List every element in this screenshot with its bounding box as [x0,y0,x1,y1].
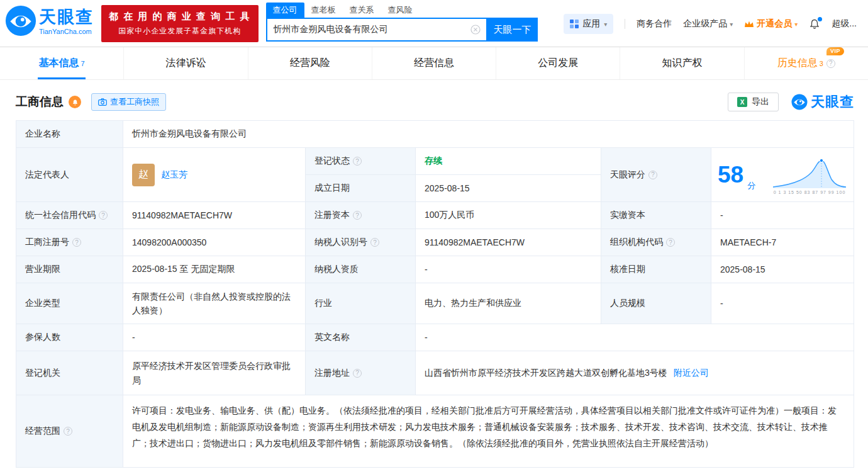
tab-business-info[interactable]: 经营信息 [372,47,496,79]
tab-operating-risk[interactable]: 经营风险 [248,47,372,79]
excel-icon: X [737,97,747,107]
value-industry: 电力、热力生产和供应业 [416,283,601,324]
legal-rep-avatar[interactable]: 赵 [132,164,155,186]
help-icon[interactable] [353,157,362,166]
logo-title: 天眼查 [39,8,94,27]
export-button-label: 导出 [752,96,769,108]
tab-basic-info[interactable]: 基本信息 7 [0,47,124,79]
score-number: 58 [718,163,743,186]
tab-label: 经营风险 [290,57,330,70]
search-type-tabs: 查公司 查老板 查关系 查风险 [266,4,538,18]
tab-count-badge: 3 [820,60,823,67]
menu-business-cooperation[interactable]: 商务合作 [637,18,672,30]
value-registration-status: 存续 [416,148,601,175]
main-content: 工商信息 查看工商快照 X 导出 天眼查 企业名称 忻州市金朔风电设备有限公司 … [0,80,868,468]
value-english-name: - [416,324,854,351]
crown-icon [744,20,754,28]
search-tab-risk[interactable]: 查风险 [381,3,420,18]
help-icon[interactable] [72,238,81,247]
help-icon[interactable] [370,238,379,247]
value-registration-number: 14098200A000350 [123,229,306,256]
help-icon[interactable] [648,171,657,179]
promo-banner[interactable]: 都 在 用 的 商 业 查 询 工 具 国家中小企业发展子基金旗下机构 [101,5,259,42]
caret-down-icon: ▾ [730,21,733,28]
score-distribution-chart: 0 1 3 15 50 83 87 97 99 100 [772,155,847,195]
company-nav-tabs: 基本信息 7 法律诉讼 经营风险 经营信息 公司发展 知识产权 历史信息 3 V… [0,47,868,80]
export-button[interactable]: X 导出 [728,93,779,111]
label-insured-count: 参保人数 [16,324,123,351]
score-unit: 分 [747,180,755,191]
tianyancha-eye-icon [791,94,808,110]
snapshot-button[interactable]: 查看工商快照 [91,93,166,111]
menu-open-membership[interactable]: 开通会员 ▾ [744,18,798,30]
logo-subtitle: TianYanCha.com [39,28,94,35]
tab-count-badge: 7 [81,60,85,67]
menu-divider [625,19,625,29]
help-icon[interactable] [826,59,835,68]
label-industry: 行业 [306,283,416,324]
apps-button[interactable]: 应用 ▾ [564,14,613,34]
promo-line-2: 国家中小企业发展子基金旗下机构 [109,26,251,37]
search-tab-company[interactable]: 查公司 [266,3,304,18]
enterprise-products-label: 企业级产品 [683,18,727,30]
search-input[interactable] [267,25,465,35]
caret-down-icon: ▾ [604,21,607,28]
tab-label: 公司发展 [538,57,578,70]
subscribe-bell-icon[interactable] [69,96,81,108]
tianyancha-eye-icon [5,5,36,38]
vip-badge: VIP [826,47,844,55]
nearby-companies-link[interactable]: 附近公司 [674,368,709,379]
help-icon[interactable] [64,427,72,436]
search-tab-boss[interactable]: 查老板 [304,3,343,18]
address-text: 山西省忻州市原平经济技术开发区跨越大道双创孵化基地3号楼 [425,368,667,379]
label-taxpayer-id: 纳税人识别号 [306,229,416,256]
notification-bell-icon[interactable] [809,18,820,30]
legal-rep-link[interactable]: 赵玉芳 [161,169,187,181]
label-company-type: 企业类型 [16,283,123,324]
value-business-scope: 许可项目：发电业务、输电业务、供（配）电业务。（依法须经批准的项目，经相关部门批… [123,395,854,468]
value-business-term: 2025-08-15 至 无固定期限 [123,256,306,283]
help-icon[interactable] [99,211,108,220]
label-organization-code: 组织机构代码 [601,229,711,256]
value-taxpayer-quality: - [416,256,601,283]
label-staff-size: 人员规模 [601,283,711,324]
search-box [266,18,487,42]
value-legal-representative: 赵 赵玉芳 [123,148,306,202]
top-menu: 应用 ▾ 商务合作 企业级产品 ▾ 开通会员 ▾ 超级... [564,14,857,34]
tianyancha-logo[interactable]: 天眼查 TianYanCha.com [5,5,94,38]
value-organization-code: MAETAECH-7 [711,229,854,256]
label-tianyan-score: 天眼评分 [601,148,711,202]
search-tab-relation[interactable]: 查关系 [343,3,381,18]
label-legal-representative: 法定代表人 [16,148,123,202]
search-button[interactable]: 天眼一下 [487,18,538,42]
label-taxpayer-quality: 纳税人资质 [306,256,416,283]
help-icon[interactable] [353,369,362,378]
camera-icon [98,98,107,106]
user-menu[interactable]: 超级... [832,18,857,30]
value-credit-code: 91140982MAETAECH7W [123,202,306,229]
value-paid-capital: - [711,202,854,229]
label-company-name: 企业名称 [16,121,123,148]
value-company-name: 忻州市金朔风电设备有限公司 [123,121,854,148]
label-registration-status: 登记状态 [306,148,416,175]
status-badge: 存续 [425,155,442,167]
clear-search-icon[interactable] [465,25,486,35]
value-insured-count: - [123,324,306,351]
tab-company-development[interactable]: 公司发展 [496,47,620,79]
section-title: 工商信息 [16,94,64,110]
value-tianyan-score[interactable]: 58 分 0 1 3 15 50 83 87 97 99 100 [711,148,854,202]
value-staff-size: - [711,283,854,324]
active-tab-indicator [38,77,86,79]
business-info-table: 企业名称 忻州市金朔风电设备有限公司 法定代表人 赵 赵玉芳 登记状态 存续 成… [16,120,854,468]
brand-watermark-text: 天眼查 [811,93,854,111]
tab-legal-proceedings[interactable]: 法律诉讼 [124,47,248,79]
help-icon[interactable] [353,211,362,220]
tab-intellectual-property[interactable]: 知识产权 [620,47,744,79]
help-icon[interactable] [666,238,675,247]
label-registration-authority: 登记机关 [16,351,123,395]
value-registered-capital: 100万人民币 [416,202,601,229]
tab-history-info[interactable]: 历史信息 3 VIP [745,47,868,79]
menu-enterprise-products[interactable]: 企业级产品 ▾ [683,18,733,30]
label-registration-number: 工商注册号 [16,229,123,256]
tab-label: 历史信息 [777,57,818,70]
